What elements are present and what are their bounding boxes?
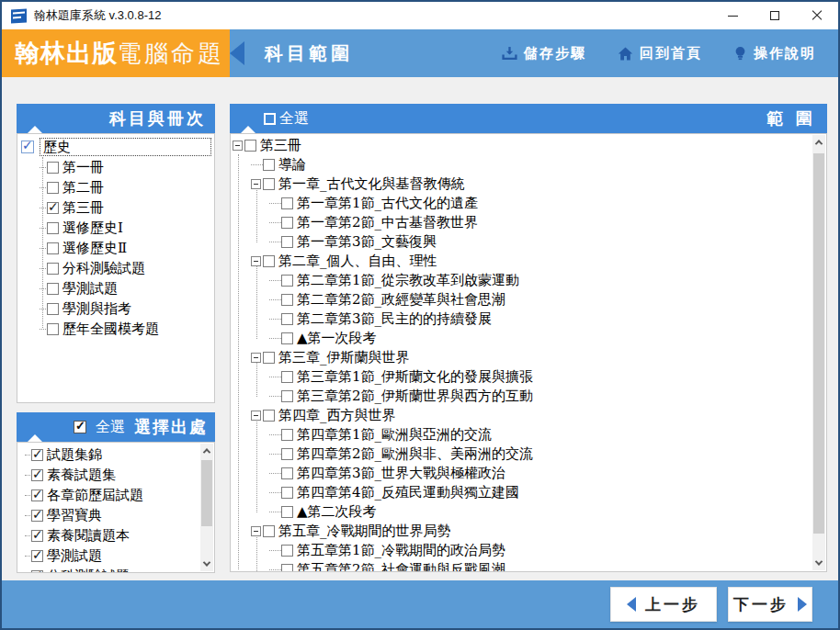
home-button[interactable]: 回到首頁: [618, 45, 702, 62]
checkbox[interactable]: [281, 429, 293, 441]
checkbox[interactable]: [31, 489, 43, 501]
source-item[interactable]: 試題集錦: [17, 444, 201, 465]
checkbox[interactable]: [47, 222, 59, 234]
checkbox[interactable]: [31, 510, 43, 522]
scope-tree-row[interactable]: 第四章第4節_反殖民運動與獨立建國: [231, 483, 813, 502]
subject-item[interactable]: 學測與指考: [17, 298, 214, 319]
source-item[interactable]: 學測試題: [17, 546, 201, 566]
source-item[interactable]: 各章節歷屆試題: [17, 485, 201, 505]
next-step-button[interactable]: 下一步: [728, 587, 812, 622]
scope-tree-row[interactable]: 第一章_古代文化與基督教傳統: [231, 174, 813, 194]
checkbox[interactable]: [31, 570, 43, 574]
scope-tree-row[interactable]: 導論: [231, 155, 813, 174]
checkbox[interactable]: [281, 371, 293, 383]
subject-item[interactable]: 第三冊: [17, 197, 214, 218]
checkbox[interactable]: [244, 140, 256, 152]
scope-tree-row[interactable]: 第三章_伊斯蘭與世界: [231, 348, 813, 367]
scope-tree-row[interactable]: 第五章_冷戰期間的世界局勢: [231, 522, 813, 541]
scope-tree-row[interactable]: 第一章第3節_文藝復興: [231, 232, 813, 252]
checkbox[interactable]: [281, 390, 293, 402]
checkbox[interactable]: [281, 197, 293, 209]
checkbox[interactable]: [263, 255, 275, 267]
scope-tree-row[interactable]: 第三章第2節_伊斯蘭世界與西方的互動: [231, 387, 813, 406]
checkbox[interactable]: [47, 202, 59, 214]
scope-tree-row[interactable]: 第四章第3節_世界大戰與極權政治: [231, 464, 813, 483]
checkbox[interactable]: [281, 217, 293, 229]
checkbox[interactable]: [281, 506, 293, 518]
checkbox[interactable]: [281, 545, 293, 557]
checkbox[interactable]: [47, 303, 59, 315]
subject-item[interactable]: 選修歷史Ⅱ: [17, 238, 214, 258]
checkbox[interactable]: [263, 159, 275, 171]
collapse-icon[interactable]: [251, 411, 261, 421]
collapse-icon[interactable]: [233, 141, 243, 151]
scope-tree-row[interactable]: 第五章第2節_社會運動與反戰風潮: [231, 560, 813, 572]
subject-item[interactable]: 歷年全國模考題: [17, 319, 214, 339]
checkbox[interactable]: [31, 449, 43, 461]
source-item[interactable]: 素養試題集: [17, 465, 201, 485]
scope-scrollbar[interactable]: [812, 135, 825, 570]
checkbox[interactable]: [47, 242, 59, 254]
scrollbar-thumb[interactable]: [201, 460, 212, 526]
scope-tree-row[interactable]: 第二章第1節_從宗教改革到啟蒙運動: [231, 271, 813, 290]
scope-tree-row[interactable]: 第三冊: [231, 136, 813, 155]
minimize-button[interactable]: [711, 2, 754, 29]
scroll-down-button[interactable]: [812, 556, 825, 570]
scroll-down-button[interactable]: [200, 557, 213, 571]
source-item[interactable]: 素養閱讀題本: [17, 525, 201, 546]
checkbox[interactable]: [281, 487, 293, 499]
source-scrollbar[interactable]: [200, 444, 213, 571]
scrollbar-thumb[interactable]: [813, 153, 824, 534]
checkbox[interactable]: [263, 352, 275, 364]
collapse-icon[interactable]: [251, 526, 261, 536]
scope-tree-row[interactable]: 第一章第1節_古代文化的遺產: [231, 194, 813, 213]
checkbox[interactable]: [47, 182, 59, 194]
checkbox[interactable]: [281, 467, 293, 479]
subject-item[interactable]: 歷史: [17, 137, 214, 157]
scope-tree-row[interactable]: ▲第一次段考: [231, 329, 813, 348]
scope-tree-row[interactable]: 第二章_個人、自由、理性: [231, 252, 813, 271]
checkbox[interactable]: [263, 410, 275, 422]
collapse-icon[interactable]: [251, 353, 261, 363]
scope-tree-row[interactable]: 第五章第1節_冷戰期間的政治局勢: [231, 541, 813, 560]
maximize-button[interactable]: [754, 2, 796, 29]
scope-tree-row[interactable]: ▲第二次段考: [231, 502, 813, 522]
checkbox[interactable]: [281, 564, 293, 572]
source-item[interactable]: 學習寶典: [17, 505, 201, 525]
subject-item[interactable]: 選修歷史Ⅰ: [17, 218, 214, 238]
collapse-icon[interactable]: [251, 256, 261, 266]
checkbox[interactable]: [281, 313, 293, 325]
scroll-up-button[interactable]: [200, 444, 213, 458]
subject-item[interactable]: 第一冊: [17, 157, 214, 177]
checkbox[interactable]: [281, 236, 293, 248]
checkbox[interactable]: [47, 323, 59, 335]
checkbox[interactable]: [31, 530, 43, 542]
scope-tree-row[interactable]: 第一章第2節_中古基督教世界: [231, 213, 813, 232]
source-item[interactable]: 分科測驗試題: [17, 566, 201, 573]
scope-tree-row[interactable]: 第四章第2節_歐洲與非、美兩洲的交流: [231, 444, 813, 464]
scope-tree-row[interactable]: 第二章第3節_民主的的持續發展: [231, 309, 813, 329]
checkbox[interactable]: [31, 469, 43, 481]
previous-step-button[interactable]: 上一步: [610, 587, 717, 622]
checkbox[interactable]: [47, 283, 59, 295]
checkbox[interactable]: [263, 178, 275, 190]
scope-tree-row[interactable]: 第四章第1節_歐洲與亞洲的交流: [231, 425, 813, 444]
checkbox[interactable]: [47, 162, 59, 174]
checkbox[interactable]: [281, 294, 293, 306]
checkbox[interactable]: [281, 332, 293, 344]
checkbox[interactable]: [21, 141, 34, 153]
collapse-icon[interactable]: [251, 179, 261, 189]
checkbox[interactable]: [31, 550, 43, 562]
scope-select-all-checkbox[interactable]: [264, 113, 276, 125]
subject-item[interactable]: 學測試題: [17, 278, 214, 298]
checkbox[interactable]: [263, 525, 275, 537]
source-select-all-checkbox[interactable]: [74, 421, 86, 433]
scope-tree-row[interactable]: 第二章第2節_政經變革與社會思潮: [231, 290, 813, 309]
checkbox[interactable]: [281, 275, 293, 287]
subject-item[interactable]: 第二冊: [17, 177, 214, 197]
scope-tree-row[interactable]: 第三章第1節_伊斯蘭文化的發展與擴張: [231, 367, 813, 387]
scope-tree-row[interactable]: 第四章_西方與世界: [231, 406, 813, 425]
close-button[interactable]: [796, 2, 838, 29]
help-button[interactable]: 操作說明: [733, 45, 816, 62]
subject-item[interactable]: 分科測驗試題: [17, 258, 214, 278]
